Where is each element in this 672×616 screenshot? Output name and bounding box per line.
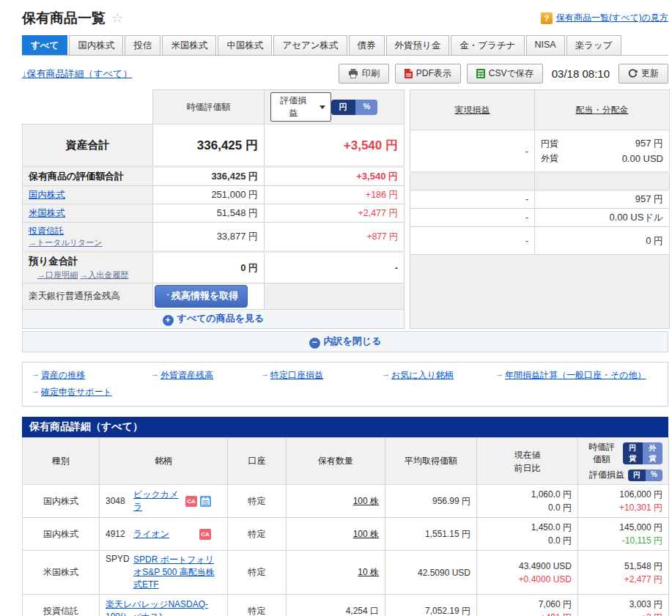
- holdings-total-row: 保有商品の評価額合計 336,425 円 +3,540 円: [23, 167, 405, 186]
- col-market-value-pl: 時価評価額 円貨 外貨 評価損益 円 %: [578, 438, 669, 485]
- total-assets-label: 資産合計: [23, 125, 153, 167]
- realized-pl-header-link[interactable]: 実現損益: [455, 105, 490, 115]
- total-assets-row: 資産合計 336,425 円 +3,540 円: [23, 125, 405, 167]
- toggle-yen[interactable]: 円: [331, 100, 355, 115]
- csv-button[interactable]: CSVで保存: [467, 64, 543, 84]
- pl-select-value: 評価損益: [276, 94, 311, 119]
- tab-bonds[interactable]: 債券: [349, 35, 385, 55]
- tab-rakuwrap[interactable]: 楽ラップ: [566, 35, 621, 55]
- refresh-icon: [628, 69, 638, 78]
- pl-metric-select[interactable]: 評価損益: [270, 92, 331, 122]
- arrow-right-icon: [32, 369, 40, 378]
- help-link[interactable]: 保有商品一覧(すべて)の見方: [556, 12, 668, 24]
- security-name-link[interactable]: ライオン: [133, 528, 169, 541]
- toggle-jpy[interactable]: 円貨: [623, 442, 643, 464]
- col-price-change: 現在値前日比: [477, 438, 578, 485]
- minus-circle-icon: [309, 338, 320, 349]
- security-name-link[interactable]: 楽天レバレッジNASDAQ-100(レバナス): [106, 599, 208, 616]
- quantity-link[interactable]: 100 株: [353, 529, 379, 539]
- us-realized-dividend-row: - 0.00 USドル: [410, 209, 670, 227]
- quick-link-specific-account-pl[interactable]: 特定口座損益: [261, 369, 382, 382]
- csv-label: CSVで保存: [489, 67, 533, 80]
- dividend-jpy-value: 957 円: [635, 137, 663, 150]
- header-spacer: [23, 90, 153, 125]
- realized-dividend-table: 実現損益 配当・分配金 - 円貨957 円 外貨0.00 USD - 957 円: [410, 89, 670, 329]
- jump-to-detail-link[interactable]: ↓保有商品詳細（すべて）: [22, 67, 132, 81]
- right-filler-cell: [410, 255, 670, 329]
- toggle-unit-yen[interactable]: 円: [628, 470, 646, 481]
- quick-link-annual-pl[interactable]: 年間損益計算（一般口座・その他）: [495, 369, 646, 382]
- print-button[interactable]: 印刷: [339, 64, 389, 84]
- dividend-jpy-label: 円貨: [541, 138, 558, 150]
- page-content: 保有商品一覧 ☆ 保有商品一覧(すべて)の見方 すべて 国内株式 投信 米国株式…: [22, 0, 668, 616]
- quantity-link[interactable]: 10 株: [358, 567, 379, 577]
- pl-header-cell: 評価損益 円 %: [265, 90, 405, 125]
- refresh-button[interactable]: 更新: [619, 64, 668, 84]
- fund-link[interactable]: 投資信託: [29, 226, 64, 236]
- deposit-total-label: 預り金合計: [29, 256, 78, 267]
- holding-row-biccamera: 国内株式 3048 ビックカメラ CA 特定 100 株 956.99 円 1,…: [23, 485, 669, 518]
- toggle-foreign[interactable]: 外貨: [643, 442, 662, 464]
- close-breakdown-link[interactable]: 内訳を閉じる: [309, 335, 382, 346]
- tab-all[interactable]: すべて: [22, 35, 67, 55]
- show-all-products-link[interactable]: すべての商品を見る: [163, 313, 265, 324]
- valuation-summary-table: 時価評価額 評価損益 円 % 資産合計 3: [22, 89, 405, 329]
- fund-realized: -: [410, 227, 535, 255]
- bank-empty-cell: [265, 283, 405, 310]
- dividend-header-link[interactable]: 配当・分配金: [576, 105, 629, 115]
- help-question-icon[interactable]: [541, 12, 553, 24]
- domestic-stock-link[interactable]: 国内株式: [29, 190, 65, 200]
- deposit-total-value: 0 円: [153, 252, 265, 283]
- tab-nisa[interactable]: NISA: [526, 35, 565, 55]
- total-assets-value: 336,425 円: [153, 125, 265, 167]
- total-return-link[interactable]: →トータルリターン: [29, 238, 103, 247]
- fund-pl: +877 円: [265, 223, 405, 252]
- market-value-header: 時価評価額: [153, 90, 265, 125]
- favorite-star-icon[interactable]: ☆: [111, 12, 123, 25]
- quick-link-asset-transition[interactable]: 資産の推移: [32, 369, 151, 382]
- shareholder-benefit-calendar-icon[interactable]: [200, 496, 211, 507]
- tab-china-stock[interactable]: 中国株式: [218, 35, 272, 55]
- quick-link-foreign-assets[interactable]: 外貨資産残高: [151, 369, 261, 382]
- pl-header-label: 評価損益: [589, 469, 624, 481]
- pl-unit-toggle: 円 %: [628, 470, 662, 481]
- fund-row: 投資信託 →トータルリターン 33,877 円 +877 円: [23, 223, 405, 252]
- corporate-action-badge[interactable]: CA: [199, 529, 211, 540]
- ticker-code: SPYD: [106, 554, 129, 564]
- title-row: 保有商品一覧 ☆ 保有商品一覧(すべて)の見方: [22, 0, 668, 28]
- corporate-action-badge[interactable]: CA: [185, 496, 197, 507]
- get-balance-button[interactable]: 残高情報を取得: [155, 285, 248, 308]
- show-all-label: すべての商品を見る: [177, 313, 265, 324]
- printer-icon: [348, 69, 358, 78]
- tab-asean-stock[interactable]: アセアン株式: [273, 35, 347, 55]
- pdf-icon: [405, 69, 413, 78]
- domestic-stock-row: 国内株式 251,000 円 +186 円: [23, 186, 405, 204]
- tab-domestic-stock[interactable]: 国内株式: [69, 35, 123, 55]
- account-detail-link[interactable]: →口座明細: [37, 270, 78, 279]
- csv-icon: [476, 69, 485, 78]
- quick-link-tax-support[interactable]: 確定申告サポート: [32, 386, 151, 398]
- us-stock-link[interactable]: 米国株式: [29, 208, 65, 218]
- domestic-realized: -: [410, 190, 535, 209]
- summary-header-row: 時価評価額 評価損益 円 %: [23, 90, 405, 125]
- toggle-percent[interactable]: %: [355, 100, 377, 115]
- deposit-history-link[interactable]: →入出金履歴: [80, 270, 128, 279]
- quick-link-favorites[interactable]: お気に入り銘柄: [382, 369, 495, 382]
- toggle-unit-pct[interactable]: %: [646, 470, 662, 481]
- arrow-right-icon: [495, 369, 503, 378]
- tab-gold-platinum[interactable]: 金・プラチナ: [451, 35, 524, 55]
- quantity-link[interactable]: 100 株: [353, 496, 379, 506]
- refresh-label: 更新: [641, 67, 659, 80]
- holdings-detail-table: 種別 銘柄 口座 保有数量 平均取得価額 現在値前日比 時価評価額 円貨 外貨: [22, 437, 669, 616]
- tab-us-stock[interactable]: 米国株式: [162, 35, 216, 55]
- pdf-button[interactable]: PDF表示: [395, 64, 461, 84]
- close-breakdown-strip: 内訳を閉じる: [22, 331, 668, 352]
- rakuten-bank-row: 楽天銀行普通預金残高 残高情報を取得: [23, 283, 405, 310]
- tab-funds[interactable]: 投信: [125, 35, 160, 55]
- tab-foreign-deposit[interactable]: 外貨預り金: [386, 35, 450, 55]
- fund-dividend: 0 円: [535, 227, 670, 255]
- last-updated-time: 03/18 08:10: [552, 67, 610, 80]
- security-name-link[interactable]: SPDR ポートフォリオS&P 500 高配当株式ETF: [133, 554, 221, 591]
- holding-row-lion: 国内株式 4912 ライオン CA 特定 100 株 1,551.15 円 1,…: [23, 518, 669, 551]
- security-name-link[interactable]: ビックカメラ: [133, 489, 181, 513]
